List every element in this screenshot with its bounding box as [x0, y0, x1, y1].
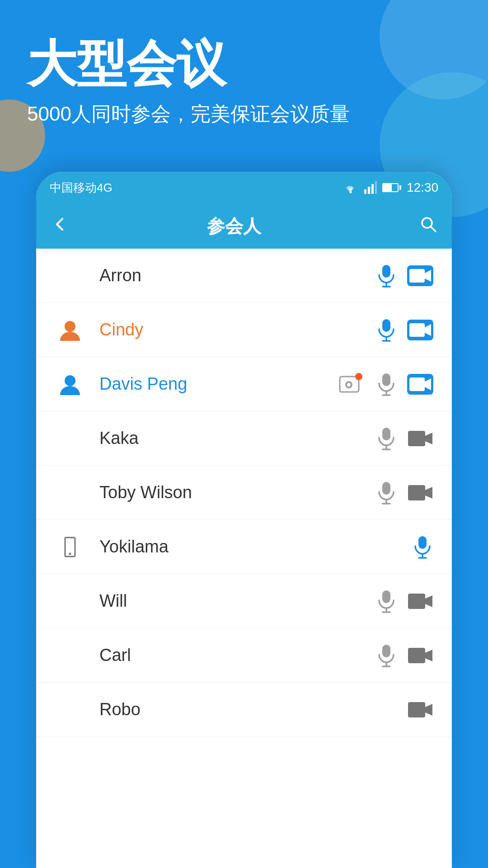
participant-name: Davis Peng: [99, 374, 339, 394]
camera-icon[interactable]: [407, 644, 434, 667]
battery-icon: [382, 183, 399, 192]
carrier-label: 中国移动4G: [50, 180, 113, 196]
participant-name: Yokilama: [99, 537, 411, 557]
svg-rect-47: [408, 702, 425, 717]
svg-point-35: [69, 552, 71, 555]
participant-avatar: [54, 260, 86, 292]
list-item[interactable]: Will: [36, 574, 452, 628]
svg-rect-3: [371, 184, 374, 194]
svg-rect-43: [382, 645, 390, 657]
list-item[interactable]: Toby Wilson: [36, 466, 452, 520]
svg-point-20: [347, 383, 351, 387]
svg-rect-34: [408, 485, 425, 500]
participant-name: Kaka: [99, 429, 375, 448]
svg-rect-4: [375, 181, 377, 194]
participant-list: Arron Cindy Davis Peng: [36, 249, 452, 868]
participant-icons: [339, 373, 434, 396]
svg-point-21: [355, 373, 362, 380]
microphone-icon[interactable]: [411, 536, 434, 558]
camera-icon[interactable]: [407, 698, 434, 721]
svg-rect-26: [409, 377, 425, 391]
header-title: 参会人: [50, 214, 418, 239]
participant-icons: [375, 590, 434, 613]
participant-avatar: [54, 314, 86, 346]
svg-rect-42: [408, 594, 425, 609]
participant-icons: [375, 264, 434, 287]
participant-name: Toby Wilson: [99, 483, 375, 502]
svg-rect-30: [408, 431, 425, 446]
svg-point-17: [65, 375, 75, 386]
svg-rect-31: [382, 482, 390, 495]
microphone-icon[interactable]: [375, 319, 398, 341]
camera-icon[interactable]: [407, 427, 434, 450]
participant-avatar: [54, 585, 86, 617]
status-bar: 中国移动4G 12:30: [36, 172, 452, 203]
list-item[interactable]: Arron: [36, 249, 452, 303]
list-item[interactable]: Robo: [36, 683, 452, 737]
camera-icon[interactable]: [407, 319, 434, 341]
app-header: 参会人: [36, 203, 452, 249]
microphone-icon[interactable]: [375, 427, 398, 450]
list-item[interactable]: Carl: [36, 628, 452, 683]
participant-icons: [411, 536, 434, 558]
participant-icons: [375, 644, 434, 667]
svg-rect-39: [382, 590, 390, 603]
participant-avatar: [54, 640, 86, 671]
svg-rect-2: [368, 187, 370, 194]
participant-avatar: [54, 531, 86, 563]
participant-icons: [375, 319, 434, 341]
screen-share-icon: [339, 373, 361, 396]
signal-icon: [364, 181, 377, 194]
participant-avatar: [54, 423, 86, 454]
phone-mockup: 中国移动4G 12:30: [36, 172, 452, 868]
list-item[interactable]: Kaka: [36, 411, 452, 466]
wifi-icon: [343, 181, 359, 194]
svg-point-11: [65, 321, 75, 332]
camera-icon[interactable]: [407, 373, 434, 396]
svg-rect-46: [408, 648, 425, 663]
hero-title: 大型会议: [27, 36, 461, 91]
participant-avatar: [54, 694, 86, 726]
camera-icon[interactable]: [407, 264, 434, 287]
status-right: 12:30: [343, 180, 438, 195]
svg-rect-16: [409, 323, 425, 337]
participant-icons: [375, 427, 434, 450]
list-item[interactable]: Cindy: [36, 303, 452, 357]
list-item[interactable]: Davis Peng: [36, 357, 452, 411]
participant-icons: [375, 481, 434, 504]
microphone-icon[interactable]: [375, 373, 398, 396]
microphone-icon[interactable]: [375, 264, 398, 287]
participant-name: Carl: [99, 646, 375, 665]
participant-name: Arron: [99, 266, 375, 285]
svg-point-0: [349, 191, 352, 193]
svg-rect-6: [382, 265, 390, 278]
microphone-icon[interactable]: [375, 590, 398, 613]
participant-avatar: [54, 368, 86, 400]
hero-section: 大型会议 5000人同时参会，完美保证会议质量: [0, 0, 488, 128]
camera-icon[interactable]: [407, 590, 434, 613]
svg-rect-36: [418, 536, 427, 549]
svg-rect-27: [382, 428, 390, 440]
svg-rect-12: [382, 319, 390, 332]
search-button[interactable]: [418, 214, 438, 238]
camera-icon[interactable]: [407, 481, 434, 504]
microphone-icon[interactable]: [375, 481, 398, 504]
participant-name: Cindy: [99, 320, 375, 340]
svg-rect-10: [409, 269, 425, 283]
microphone-icon[interactable]: [375, 644, 398, 667]
participant-name: Robo: [99, 700, 407, 719]
participant-icons: [407, 698, 434, 721]
list-item[interactable]: Yokilama: [36, 520, 452, 574]
participant-avatar: [54, 477, 86, 509]
participant-name: Will: [99, 591, 375, 611]
svg-rect-1: [364, 189, 366, 194]
svg-rect-22: [382, 373, 390, 386]
time-label: 12:30: [407, 180, 438, 195]
hero-subtitle: 5000人同时参会，完美保证会议质量: [27, 100, 461, 128]
